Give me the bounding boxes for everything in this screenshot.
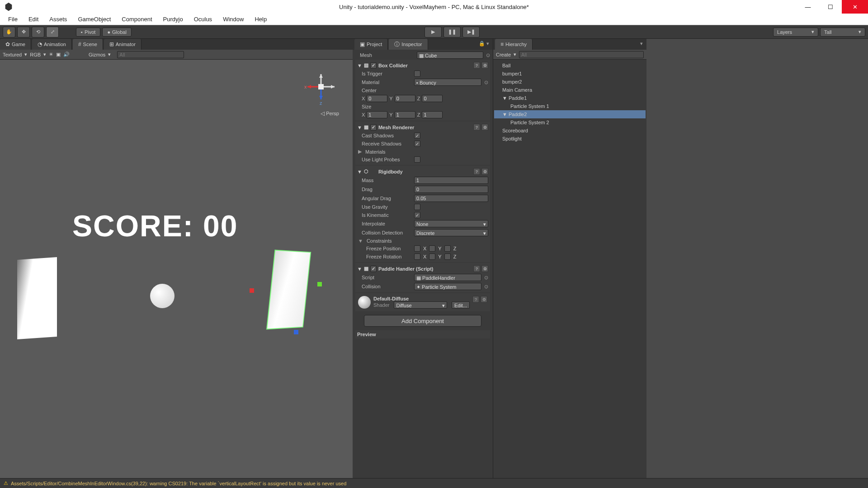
hand-tool-button[interactable]: ✋: [3, 27, 15, 38]
collision-field[interactable]: ✦ Particle System: [414, 283, 481, 290]
menu-file[interactable]: File: [4, 14, 22, 24]
perspective-label[interactable]: ◁ Persp: [321, 110, 339, 117]
size-x[interactable]: [367, 111, 387, 118]
step-button[interactable]: ▶❚: [462, 27, 480, 38]
script-field[interactable]: ▦ PaddleHandler: [414, 274, 481, 281]
orientation-gizmo[interactable]: x z: [303, 69, 339, 109]
drag-field[interactable]: [414, 186, 488, 193]
gizmos-dropdown[interactable]: Gizmos: [89, 52, 105, 57]
hierarchy-item[interactable]: Main Camera: [494, 86, 646, 94]
help-icon[interactable]: ?: [472, 296, 479, 303]
tab-project[interactable]: ▣ Project: [354, 39, 388, 50]
tab-scene[interactable]: # Scene: [73, 39, 103, 50]
center-z[interactable]: [422, 95, 443, 102]
menu-component[interactable]: Component: [117, 14, 156, 24]
hierarchy-item[interactable]: Particle System 2: [494, 118, 646, 127]
freeze-rot-y[interactable]: [429, 253, 435, 260]
menu-purdyjo[interactable]: Purdyjo: [159, 14, 188, 24]
light-icon[interactable]: ☀: [49, 52, 53, 57]
hierarchy-item[interactable]: bumper1: [494, 70, 646, 78]
edit-button[interactable]: Edit...: [452, 301, 470, 309]
help-icon[interactable]: ?: [473, 265, 480, 272]
is-kinematic-checkbox[interactable]: [414, 212, 420, 218]
tab-game[interactable]: ✿ Game: [0, 39, 31, 50]
size-z[interactable]: [422, 111, 443, 118]
light-probes-checkbox[interactable]: [414, 156, 420, 163]
preview-header[interactable]: Preview: [355, 330, 490, 338]
menu-window[interactable]: Window: [218, 14, 248, 24]
mass-field[interactable]: [414, 177, 488, 184]
create-dropdown[interactable]: Create: [496, 52, 511, 57]
hierarchy-search-input[interactable]: [519, 51, 644, 58]
scene-view[interactable]: SCORE: 00 x z ◁ Persp: [0, 60, 353, 478]
console-bar[interactable]: ⚠ Assets/Scripts/Editor/CombineMeshInEdi…: [0, 478, 868, 488]
menu-edit[interactable]: Edit: [24, 14, 43, 24]
size-y[interactable]: [395, 111, 415, 118]
move-tool-button[interactable]: ✥: [17, 27, 30, 38]
pause-button[interactable]: ❚❚: [443, 27, 461, 38]
mesh-field[interactable]: ▦ Cube: [417, 52, 483, 59]
material-field[interactable]: ▪ Bouncy: [414, 79, 481, 86]
menu-help[interactable]: Help: [250, 14, 271, 24]
menu-oculus[interactable]: Oculus: [189, 14, 217, 24]
collision-detection-dropdown[interactable]: Discrete ▾: [414, 229, 488, 236]
materials-label[interactable]: Materials: [364, 149, 419, 155]
box-collider-enable[interactable]: [370, 62, 377, 69]
handle-x[interactable]: [250, 288, 254, 293]
shading-mode[interactable]: Textured: [3, 52, 22, 57]
cast-shadows-checkbox[interactable]: [414, 132, 420, 139]
gear-icon[interactable]: ⚙: [481, 296, 487, 303]
menu-assets[interactable]: Assets: [45, 14, 71, 24]
rotate-tool-button[interactable]: ⟲: [32, 27, 44, 38]
freeze-rot-x[interactable]: [414, 253, 420, 260]
add-component-button[interactable]: Add Component: [364, 315, 481, 327]
gear-icon[interactable]: ⚙: [481, 265, 488, 272]
tab-animation[interactable]: ◔ Animation: [32, 39, 72, 50]
paddle-right-object[interactable]: [267, 250, 311, 329]
tab-inspector[interactable]: ⓘ Inspector: [389, 39, 428, 50]
freeze-pos-z[interactable]: [444, 245, 451, 252]
is-trigger-checkbox[interactable]: [414, 70, 420, 77]
lock-icon[interactable]: 🔒 ▾: [475, 39, 493, 50]
minimize-button[interactable]: —: [797, 0, 819, 14]
angular-drag-field[interactable]: [414, 195, 488, 202]
center-x[interactable]: [367, 95, 387, 102]
hierarchy-item[interactable]: Ball: [494, 61, 646, 70]
image-icon[interactable]: ▣: [56, 52, 61, 57]
tab-hierarchy[interactable]: ≡ Hierarchy: [495, 39, 533, 50]
pivot-toggle[interactable]: ▪ Pivot: [76, 28, 100, 37]
handle-y[interactable]: [317, 282, 322, 286]
hierarchy-item[interactable]: Spotlight: [494, 135, 646, 143]
gear-icon[interactable]: ⚙: [481, 124, 488, 131]
paddle-handler-enable[interactable]: [370, 266, 377, 272]
scale-tool-button[interactable]: ⤢: [46, 27, 59, 38]
global-toggle[interactable]: ● Global: [102, 28, 131, 37]
render-mode[interactable]: RGB: [30, 52, 41, 57]
interpolate-dropdown[interactable]: None ▾: [414, 220, 488, 227]
audio-icon[interactable]: 🔊: [63, 52, 70, 57]
help-icon[interactable]: ?: [473, 124, 480, 131]
hierarchy-item[interactable]: Scoreboard: [494, 127, 646, 135]
freeze-rot-z[interactable]: [444, 253, 451, 260]
gear-icon[interactable]: ⚙: [481, 168, 488, 175]
layout-dropdown[interactable]: Tall▾: [820, 28, 865, 37]
hierarchy-item[interactable]: bumper2: [494, 78, 646, 86]
hierarchy-item[interactable]: Particle System 1: [494, 102, 646, 110]
use-gravity-checkbox[interactable]: [414, 204, 420, 210]
tab-animator[interactable]: ⊞ Animator: [104, 39, 142, 50]
close-button[interactable]: ✕: [842, 0, 868, 14]
receive-shadows-checkbox[interactable]: [414, 141, 420, 147]
layers-dropdown[interactable]: Layers▾: [773, 28, 818, 37]
play-button[interactable]: ▶: [425, 27, 442, 38]
shader-dropdown[interactable]: Diffuse▾: [394, 301, 447, 309]
center-y[interactable]: [395, 95, 415, 102]
hierarchy-item[interactable]: ▼ Paddle1: [494, 94, 646, 102]
gear-icon[interactable]: ⚙: [481, 62, 488, 69]
freeze-pos-y[interactable]: [429, 245, 435, 252]
maximize-button[interactable]: ☐: [819, 0, 842, 14]
mesh-renderer-enable[interactable]: [370, 124, 377, 131]
freeze-pos-x[interactable]: [414, 245, 420, 252]
hierarchy-item[interactable]: ▼ Paddle2: [494, 110, 646, 118]
help-icon[interactable]: ?: [473, 168, 480, 175]
help-icon[interactable]: ?: [473, 62, 480, 69]
